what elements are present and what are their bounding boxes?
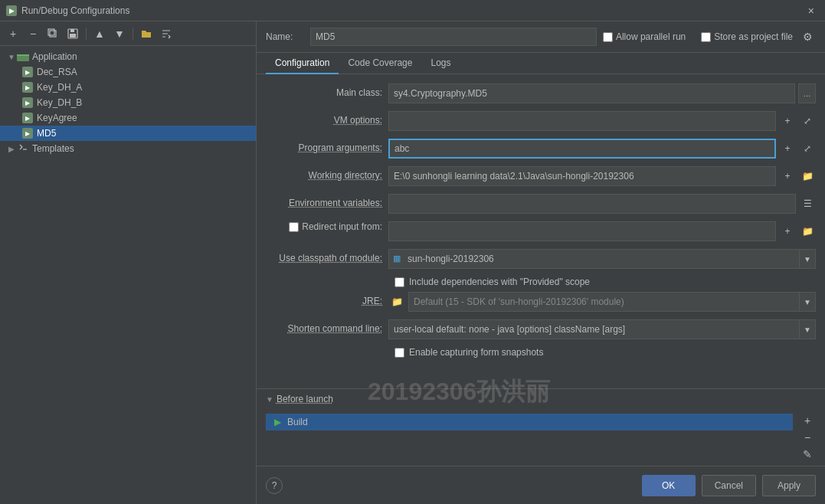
jre-control: 📁 Default (15 - SDK of 'sun-hongli-20192…	[388, 292, 816, 312]
copy-button[interactable]	[44, 25, 61, 42]
launch-edit-button[interactable]: ✎	[799, 446, 816, 463]
sort-button[interactable]	[158, 25, 175, 42]
remove-button[interactable]: −	[25, 25, 41, 42]
shorten-cmd-label: Shorten command line:	[266, 319, 388, 334]
svg-rect-3	[70, 34, 76, 38]
vm-options-input[interactable]	[388, 111, 776, 131]
move-up-button[interactable]: ▲	[91, 25, 108, 42]
shorten-cmd-select[interactable]: user-local default: none - java [options…	[388, 319, 816, 339]
add-button[interactable]: +	[5, 25, 21, 42]
toolbar: + − ▲ ▼	[0, 21, 256, 46]
close-button[interactable]: ×	[804, 3, 819, 18]
store-project-checkbox[interactable]	[701, 32, 711, 42]
redirect-input-expand-button[interactable]: +	[779, 223, 796, 240]
jre-select[interactable]: Default (15 - SDK of 'sun-hongli-2019230…	[408, 292, 816, 312]
build-label: Build	[287, 417, 787, 427]
ok-button[interactable]: OK	[642, 475, 696, 496]
config-icon-keyagree: ▶	[21, 113, 34, 123]
classpath-row: Use classpath of module: sun-hongli-2019…	[266, 249, 816, 270]
program-args-row: Program arguments: + ⤢	[266, 139, 816, 160]
tab-code-coverage[interactable]: Code Coverage	[339, 53, 421, 74]
build-arrow-icon: ▶	[272, 417, 283, 427]
program-args-input[interactable]	[388, 139, 776, 159]
before-launch-section: ▼ Before launch ▶ Build + − ✎	[257, 388, 825, 466]
include-deps-label: Include dependencies with "Provided" sco…	[409, 277, 590, 287]
vm-options-fullscreen-button[interactable]: ⤢	[799, 113, 816, 129]
move-down-button[interactable]: ▼	[111, 25, 128, 42]
env-vars-edit-button[interactable]: ☰	[799, 195, 816, 212]
working-dir-row: Working directory: + 📁	[266, 166, 816, 188]
build-row[interactable]: ▶ Build	[266, 414, 793, 430]
program-args-expand-button[interactable]: +	[779, 140, 796, 157]
tree-item-key-dh-a[interactable]: ▶ Key_DH_A	[0, 80, 256, 95]
enable-snapshots-checkbox[interactable]	[394, 348, 404, 358]
config-icon-key-dh-b: ▶	[21, 97, 34, 108]
config-content: Main class: ... VM options: + ⤢ Program …	[257, 74, 825, 388]
program-args-label: Program arguments:	[266, 139, 388, 153]
bottom-left: ?	[266, 477, 283, 494]
svg-rect-0	[50, 31, 56, 37]
jre-browse-button[interactable]: 📁	[388, 293, 405, 310]
tree-item-keyagree[interactable]: ▶ KeyAgree	[0, 110, 256, 126]
tab-logs[interactable]: Logs	[421, 53, 460, 74]
toolbar-separator	[86, 28, 87, 40]
enable-snapshots-label: Enable capturing form snapshots	[409, 347, 543, 358]
program-args-control: + ⤢	[388, 139, 816, 159]
tree-item-label: KeyAgree	[37, 113, 77, 123]
main-class-label: Main class:	[266, 83, 388, 98]
tree-templates[interactable]: ▶ Templates	[0, 141, 256, 156]
tree-item-label: Key_DH_B	[37, 97, 82, 108]
main-class-browse-button[interactable]: ...	[798, 83, 816, 103]
folder-button[interactable]	[138, 25, 155, 42]
working-dir-input[interactable]	[388, 166, 776, 186]
help-button[interactable]: ?	[266, 477, 283, 494]
include-deps-checkbox[interactable]	[394, 277, 404, 287]
gear-button[interactable]: ⚙	[799, 28, 816, 45]
tree-item-label: Key_DH_A	[37, 82, 82, 93]
vm-options-expand-button[interactable]: +	[779, 113, 796, 129]
working-dir-browse-button[interactable]: 📁	[799, 168, 816, 185]
svg-rect-4	[70, 29, 74, 32]
store-project-label: Store as project file	[714, 31, 793, 42]
tree-expand-arrow: ▼	[6, 53, 17, 61]
tree-item-key-dh-b[interactable]: ▶ Key_DH_B	[0, 95, 256, 110]
tree-item-dec-rsa[interactable]: ▶ Dec_RSA	[0, 64, 256, 80]
env-vars-input[interactable]	[388, 194, 796, 214]
enable-snapshots-row: Enable capturing form snapshots	[394, 347, 816, 358]
apply-button[interactable]: Apply	[762, 475, 816, 496]
tab-configuration[interactable]: Configuration	[266, 53, 339, 74]
vm-options-control: + ⤢	[388, 111, 816, 131]
tree-container: ▼ Application ▶ Dec_RSA ▶ Key_DH_A	[0, 46, 256, 504]
env-vars-row: Environment variables: ☰	[266, 194, 816, 215]
redirect-input-input[interactable]	[388, 221, 776, 241]
tree-application[interactable]: ▼ Application	[0, 49, 256, 64]
config-icon-md5: ▶	[21, 128, 34, 139]
jre-dropdown-wrap: Default (15 - SDK of 'sun-hongli-2019230…	[408, 292, 816, 312]
application-folder-icon	[17, 51, 29, 62]
name-input[interactable]	[310, 28, 597, 46]
tree-item-md5[interactable]: ▶ MD5	[0, 126, 256, 141]
before-launch-arrow-icon: ▼	[266, 395, 273, 404]
launch-add-button[interactable]: +	[799, 412, 816, 429]
redirect-input-browse-button[interactable]: 📁	[799, 223, 816, 240]
allow-parallel-checkbox[interactable]	[603, 32, 613, 42]
app-icon: ▶	[6, 5, 17, 16]
config-icon-dec-rsa: ▶	[21, 67, 34, 77]
working-dir-expand-button[interactable]: +	[779, 168, 796, 185]
jre-row: JRE: 📁 Default (15 - SDK of 'sun-hongli-…	[266, 292, 816, 313]
program-args-fullscreen-button[interactable]: ⤢	[799, 140, 816, 157]
classpath-dropdown-wrap: sun-hongli-20192306 ▦ ▼	[388, 249, 816, 269]
main-class-input[interactable]	[388, 83, 795, 103]
save-button[interactable]	[64, 25, 81, 42]
main-class-control: ...	[388, 83, 816, 103]
redirect-input-label: Redirect input from:	[302, 221, 382, 232]
working-dir-control: + 📁	[388, 166, 816, 186]
include-deps-row: Include dependencies with "Provided" sco…	[394, 277, 816, 287]
application-label: Application	[32, 51, 77, 62]
redirect-input-checkbox[interactable]	[289, 222, 299, 232]
launch-remove-button[interactable]: −	[799, 429, 816, 446]
cancel-button[interactable]: Cancel	[702, 475, 756, 496]
classpath-select[interactable]: sun-hongli-20192306	[388, 249, 816, 269]
name-row: Name: Allow parallel run Store as projec…	[257, 21, 825, 53]
before-launch-header[interactable]: ▼ Before launch	[266, 389, 816, 409]
